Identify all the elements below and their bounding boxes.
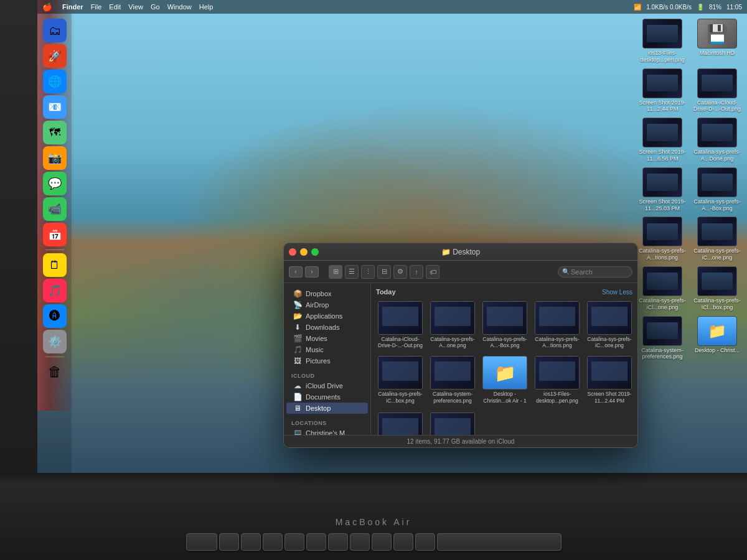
key-f4[interactable] [284, 533, 304, 551]
key-f3[interactable] [263, 533, 283, 551]
view-list-button[interactable]: ☰ [345, 265, 359, 279]
key-5[interactable] [415, 533, 435, 551]
dock-icon-notes[interactable]: 🗒 [43, 253, 67, 277]
catalina-icone-label: Catalina-sys-prefs-iC...one.png [693, 248, 741, 261]
finder-window-title: 📁 Desktop [441, 248, 480, 256]
sidebar-icloud-section: iCloud ☁ iCloud Drive 📄 Documents 🖥 Desk… [284, 371, 370, 414]
desktop-icon-catalina-icone[interactable]: Catalina-sys-prefs-iC...one.png [692, 217, 742, 261]
menu-edit[interactable]: Edit [109, 3, 121, 11]
key-f6[interactable] [328, 533, 348, 551]
sidebar-item-desktop[interactable]: 🖥 Desktop [286, 403, 368, 414]
dock-icon-facetime[interactable]: 📹 [43, 197, 67, 221]
action-button[interactable]: ⚙ [393, 265, 407, 279]
menu-view[interactable]: View [128, 3, 143, 11]
apple-logo-icon[interactable]: 🍎 [42, 2, 52, 12]
catalina-iclbox-thumbnail [697, 266, 737, 296]
key-f1[interactable] [219, 533, 239, 551]
nav-forward-button[interactable]: › [305, 266, 319, 278]
sidebar-item-applications[interactable]: 📂 Applications [286, 310, 368, 322]
sidebar-item-icloud-drive[interactable]: ☁ iCloud Drive [286, 380, 368, 391]
desktop-icon-catalina-box[interactable]: Catalina-sys-prefs-A...-Box.png [692, 167, 742, 212]
sidebar-item-movies[interactable]: 🎬 Movies [286, 333, 368, 344]
file-grid: Catalina-iCloud-Drive-D-...-Out.png Cata… [376, 299, 632, 406]
laptop-body: 🍎 Finder File Edit View Go Window Help 📶… [0, 0, 747, 560]
key-3[interactable] [372, 533, 392, 551]
desktop-icon-catalina-iclbox[interactable]: Catalina-sys-prefs-ICl...box.png [692, 266, 742, 311]
desktop-icon-macintosh-hd[interactable]: 💾 Macintosh HD [692, 19, 742, 63]
key-escape[interactable] [186, 533, 217, 551]
menu-file[interactable]: File [91, 3, 102, 11]
nav-back-button[interactable]: ‹ [289, 266, 303, 278]
sidebar-item-documents[interactable]: 📄 Documents [286, 391, 368, 403]
sidebar-item-music[interactable]: 🎵 Music [286, 344, 368, 355]
desktop-icon-catalina-ici-one[interactable]: Catalina-sys-prefs-iCl...one.png [637, 266, 687, 311]
desktop-icon-desktop-folder[interactable]: 📁 Desktop - Christ... [692, 316, 742, 361]
desktop-icon-ios13[interactable]: ios13-Files-desktop...pen.png [637, 19, 687, 63]
music-icon: 🎵 [293, 345, 303, 354]
file-item-9[interactable]: Screen Shot 2019-11...2.44 PM [585, 354, 634, 405]
desktop-icon-catalina-tions[interactable]: Catalina-sys-prefs-A...tions.png [637, 217, 687, 261]
desktop-icon-catalina-icloud[interactable]: Catalina-iCloud-Drive-D-...-Out.png [692, 68, 742, 113]
file-item-1[interactable]: Catalina-sys-prefs-A...one.png [428, 299, 477, 350]
dock-icon-mail[interactable]: 📧 [43, 95, 67, 119]
sidebar-item-airdrop[interactable]: 📡 AirDrop [286, 299, 368, 310]
file-item-7[interactable]: 📁 Desktop - Christin...ok Air - 1 [481, 354, 529, 405]
desktop-icon-row-2: Screen Shot 2019-11...2.44 PM Catalina-i… [637, 68, 742, 113]
dock-icon-calendar[interactable]: 📅 [43, 223, 67, 246]
file-item-2[interactable]: Catalina-sys-prefs-A...-Box.png [481, 299, 529, 350]
desktop-icon-row-4: Screen Shot 2019-11...25.03 PM Catalina-… [637, 167, 742, 212]
dock-icon-music[interactable]: 🎵 [43, 279, 67, 302]
window-close-button[interactable] [289, 248, 296, 256]
file-thumb-4 [587, 301, 632, 335]
sidebar-computer-label: Christine's M... [306, 429, 350, 435]
view-gallery-button[interactable]: ⊟ [377, 265, 391, 279]
desktop-icon-screenshot2[interactable]: Screen Shot 2019-11...6.56 PM [637, 118, 687, 162]
file-item-11[interactable]: Screen Shot 2019-11...2.44 PM [428, 411, 477, 435]
key-spacebar[interactable] [437, 533, 561, 551]
sidebar-item-computer[interactable]: 💻 Christine's M... [286, 427, 368, 435]
desktop-icon-catalina-done[interactable]: Catalina-sys-prefs-A...Done.png [692, 118, 742, 162]
tags-button[interactable]: 🏷 [426, 265, 439, 279]
desktop-icon-sysprefs[interactable]: Catalina-system-preferences.png [637, 316, 687, 361]
menu-help[interactable]: Help [199, 3, 214, 11]
sidebar-item-dropbox[interactable]: 📦 Dropbox [286, 288, 368, 299]
dock-icon-settings[interactable]: ⚙️ [43, 330, 67, 353]
key-f5[interactable] [306, 533, 326, 551]
file-item-3[interactable]: Catalina-sys-prefs-A...tions.png [533, 299, 581, 350]
applications-icon: 📂 [293, 312, 303, 320]
dock-icon-photos[interactable]: 📸 [43, 146, 67, 170]
search-box[interactable]: 🔍 Search [558, 266, 632, 278]
window-maximize-button[interactable] [311, 248, 319, 256]
dock-icon-maps[interactable]: 🗺 [43, 121, 67, 144]
key-f7[interactable] [350, 533, 370, 551]
catalina-done-thumbnail [697, 118, 737, 147]
menu-go[interactable]: Go [151, 3, 160, 11]
view-column-button[interactable]: ⋮ [361, 265, 375, 279]
file-item-4[interactable]: Catalina-sys-prefs-iC...one.png [585, 299, 634, 350]
file-item-0[interactable]: Catalina-iCloud-Drive-D-...-Out.png [376, 299, 425, 350]
window-minimize-button[interactable] [300, 248, 308, 256]
dock-icon-launchpad[interactable]: 🚀 [43, 44, 67, 68]
show-less-button[interactable]: Show Less [602, 289, 632, 296]
desktop-icons-area: ios13-Files-desktop...pen.png 💾 Macintos… [637, 19, 742, 360]
key-4[interactable] [393, 533, 413, 551]
share-button[interactable]: ↑ [410, 265, 423, 279]
sidebar-item-pictures[interactable]: 🖼 Pictures [286, 355, 368, 366]
menu-window[interactable]: Window [167, 3, 192, 11]
file-item-8[interactable]: ios13-Files-desktop...pen.png [533, 354, 581, 405]
desktop-icon-screenshot3[interactable]: Screen Shot 2019-11...25.03 PM [637, 167, 687, 212]
file-label-5: Catalina-sys-prefs-iC...box.png [378, 391, 423, 403]
dock-icon-safari[interactable]: 🌐 [43, 70, 67, 93]
dock-icon-messages[interactable]: 💬 [43, 172, 67, 195]
file-item-5[interactable]: Catalina-sys-prefs-iC...box.png [376, 354, 425, 405]
menu-finder[interactable]: Finder [62, 3, 83, 11]
sidebar-item-downloads[interactable]: ⬇ Downloads [286, 322, 368, 333]
view-icon-button[interactable]: ⊞ [329, 265, 342, 279]
desktop-icon-screenshot1[interactable]: Screen Shot 2019-11...2.44 PM [637, 68, 687, 113]
dock-icon-trash[interactable]: 🗑 [43, 360, 67, 384]
dock-icon-appstore[interactable]: 🅐 [43, 304, 67, 328]
file-item-10[interactable]: Screen Shot 2019-11...2.44 PM [376, 411, 425, 435]
dock-icon-finder[interactable]: 🗂 [43, 19, 67, 42]
key-f2[interactable] [241, 533, 261, 551]
file-item-6[interactable]: Catalina-system-preferences.png [428, 354, 477, 405]
